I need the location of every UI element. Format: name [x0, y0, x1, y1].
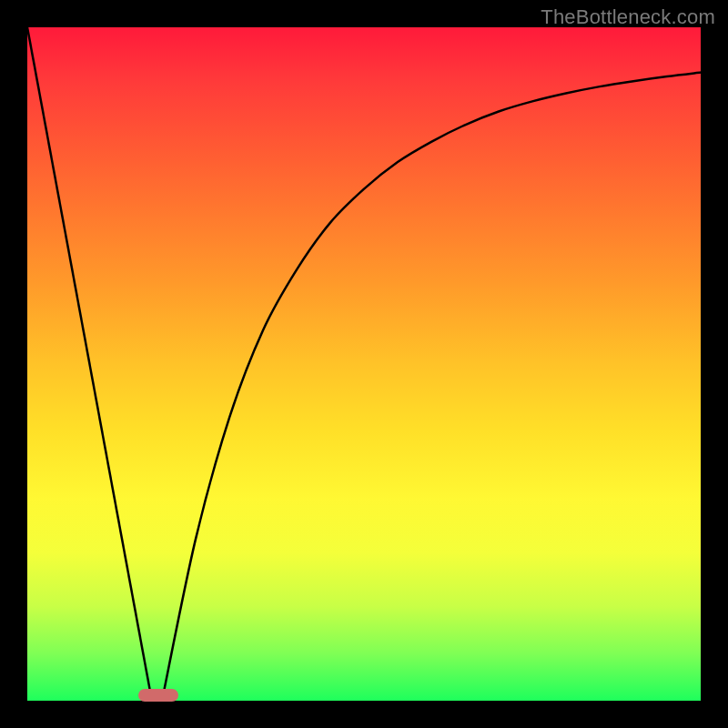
optimal-point-marker [138, 689, 178, 702]
chart-frame: TheBottleneck.com [0, 0, 728, 728]
plot-area [27, 27, 701, 701]
bottleneck-curve [27, 27, 701, 701]
watermark-text: TheBottleneck.com [541, 5, 715, 29]
series-left-falling-line [27, 27, 152, 701]
series-right-rising-curve [162, 73, 701, 701]
